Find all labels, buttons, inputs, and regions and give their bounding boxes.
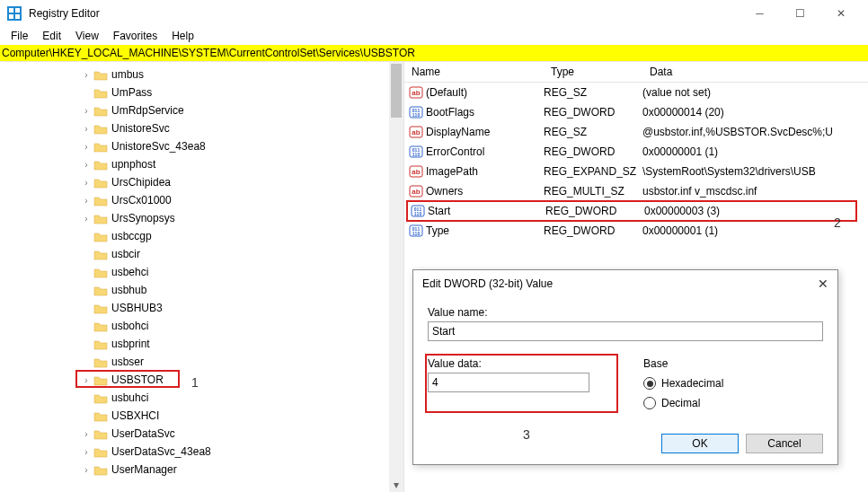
chevron-icon[interactable]: › (81, 124, 92, 134)
folder-icon (93, 303, 108, 314)
radio-icon (643, 377, 656, 390)
chevron-icon[interactable]: › (81, 106, 92, 116)
chevron-icon[interactable]: › (81, 196, 92, 206)
col-name[interactable]: Name (404, 62, 544, 82)
tree-item-usbccgp[interactable]: usbccgp (0, 227, 403, 245)
tree-item-usbser[interactable]: usbser (0, 353, 403, 371)
folder-icon (93, 285, 108, 296)
dialog-close-icon[interactable]: ✕ (818, 277, 828, 291)
address-bar[interactable]: Computer\HKEY_LOCAL_MACHINE\SYSTEM\Curre… (0, 45, 868, 61)
chevron-icon[interactable]: › (81, 214, 92, 224)
chevron-icon[interactable]: › (81, 429, 92, 439)
minimize-button[interactable]: ─ (740, 0, 780, 27)
tree-item-upnphost[interactable]: ›upnphost (0, 155, 403, 173)
folder-icon (93, 69, 108, 81)
tree-item-urssynopsys[interactable]: ›UrsSynopsys (0, 209, 403, 227)
tree-panel: ▾ 1 ›umbusUmPass›UmRdpService›UnistoreSv… (0, 62, 404, 492)
listview-row[interactable]: ImagePathREG_EXPAND_SZ\SystemRoot\System… (404, 162, 868, 181)
dword-icon (408, 145, 424, 159)
tree-item-usbstor[interactable]: ›USBSTOR (0, 371, 403, 389)
chevron-icon[interactable]: › (81, 70, 92, 80)
maximize-button[interactable]: ☐ (780, 0, 820, 27)
cell-name: Type (426, 224, 544, 237)
chevron-icon[interactable]: › (81, 142, 92, 152)
cell-type: REG_DWORD (544, 224, 642, 237)
tree-item-label: usbprint (111, 338, 150, 350)
dword-icon (408, 105, 424, 119)
tree-item-unistoresvc[interactable]: ›UnistoreSvc (0, 119, 403, 137)
tree-item-usbhub3[interactable]: USBHUB3 (0, 299, 403, 317)
listview-row[interactable]: ErrorControlREG_DWORD0x00000001 (1) (404, 142, 868, 162)
string-icon (408, 125, 424, 139)
listview-row[interactable]: OwnersREG_MULTI_SZusbstor.inf v_mscdsc.i… (404, 181, 868, 201)
radio-dec-label: Decimal (661, 397, 700, 409)
menu-file[interactable]: File (4, 28, 35, 44)
tree-item-urscx01000[interactable]: ›UrsCx01000 (0, 191, 403, 209)
tree-item-label: USBHUB3 (111, 302, 163, 314)
cell-type: REG_DWORD (544, 145, 642, 158)
string-icon (408, 184, 424, 198)
tree-item-umrdpservice[interactable]: ›UmRdpService (0, 101, 403, 119)
tree-item-unistoresvc_43ea8[interactable]: ›UnistoreSvc_43ea8 (0, 137, 403, 155)
close-button[interactable]: ✕ (820, 0, 861, 27)
tree-item-usbehci[interactable]: usbehci (0, 263, 403, 281)
tree-item-urschipidea[interactable]: ›UrsChipidea (0, 173, 403, 191)
cancel-button[interactable]: Cancel (746, 434, 823, 453)
scrollbar-down-icon[interactable]: ▾ (389, 478, 403, 492)
tree-item-userdatasvc_43ea8[interactable]: ›UserDataSvc_43ea8 (0, 443, 403, 461)
tree-item-label: usbhub (111, 284, 146, 296)
tree-item-label: UnistoreSvc_43ea8 (111, 140, 206, 153)
col-data[interactable]: Data (642, 62, 868, 82)
tree-item-usbxhci[interactable]: USBXHCI (0, 407, 403, 425)
tree-item-label: USBXHCI (111, 409, 159, 422)
cell-data: (value not set) (642, 86, 868, 99)
tree-item-label: UserDataSvc (111, 427, 175, 440)
dword-icon (410, 204, 426, 218)
menu-view[interactable]: View (68, 28, 106, 44)
folder-icon (93, 410, 108, 422)
tree-item-usermanager[interactable]: ›UserManager (0, 461, 403, 479)
menu-edit[interactable]: Edit (35, 28, 68, 44)
cell-data: usbstor.inf v_mscdsc.inf (642, 185, 868, 198)
folder-icon (93, 392, 108, 404)
cell-data: \SystemRoot\System32\drivers\USB (642, 165, 868, 178)
chevron-icon[interactable]: › (81, 447, 92, 457)
folder-icon (93, 105, 108, 117)
tree-item-umbus[interactable]: ›umbus (0, 66, 403, 83)
tree-item-label: UserDataSvc_43ea8 (111, 445, 211, 458)
col-type[interactable]: Type (544, 62, 642, 82)
tree-item-label: usbccgp (111, 230, 152, 242)
chevron-icon[interactable]: › (81, 160, 92, 170)
dialog-title: Edit DWORD (32-bit) Value (422, 277, 553, 290)
tree-item-usbcir[interactable]: usbcir (0, 245, 403, 263)
radio-hexadecimal[interactable]: Hexadecimal (643, 373, 723, 393)
chevron-icon[interactable]: › (81, 178, 92, 188)
cell-type: REG_DWORD (545, 205, 644, 217)
folder-icon (93, 231, 108, 242)
tree-item-umpass[interactable]: UmPass (0, 83, 403, 101)
listview-row[interactable]: (Default)REG_SZ(value not set) (404, 83, 868, 102)
folder-icon (93, 177, 108, 189)
base-label: Base (643, 357, 723, 370)
tree-item-usbhub[interactable]: usbhub (0, 281, 403, 299)
folder-icon (93, 123, 108, 135)
listview-row[interactable]: DisplayNameREG_SZ@usbstor.inf,%USBSTOR.S… (404, 122, 868, 142)
menu-favorites[interactable]: Favorites (106, 28, 164, 44)
chevron-icon[interactable]: › (81, 465, 92, 475)
valuename-input[interactable] (428, 321, 823, 341)
listview-row[interactable]: StartREG_DWORD0x00000003 (3) (406, 200, 857, 222)
menu-help[interactable]: Help (164, 28, 201, 44)
tree-item-label: UrsCx01000 (111, 194, 172, 206)
cell-type: REG_MULTI_SZ (544, 185, 642, 198)
tree-item-usbohci[interactable]: usbohci (0, 317, 403, 335)
tree-item-usbuhci[interactable]: usbuhci (0, 389, 403, 407)
listview-row[interactable]: TypeREG_DWORD0x00000001 (1) (404, 221, 868, 241)
radio-decimal[interactable]: Decimal (643, 393, 723, 413)
listview-row[interactable]: BootFlagsREG_DWORD0x00000014 (20) (404, 102, 868, 122)
tree-item-userdatasvc[interactable]: ›UserDataSvc (0, 425, 403, 443)
ok-button[interactable]: OK (661, 434, 739, 453)
annotation-2: 2 (834, 215, 841, 230)
valuename-label: Value name: (428, 306, 823, 319)
cell-name: Start (428, 205, 545, 217)
tree-item-usbprint[interactable]: usbprint (0, 335, 403, 353)
